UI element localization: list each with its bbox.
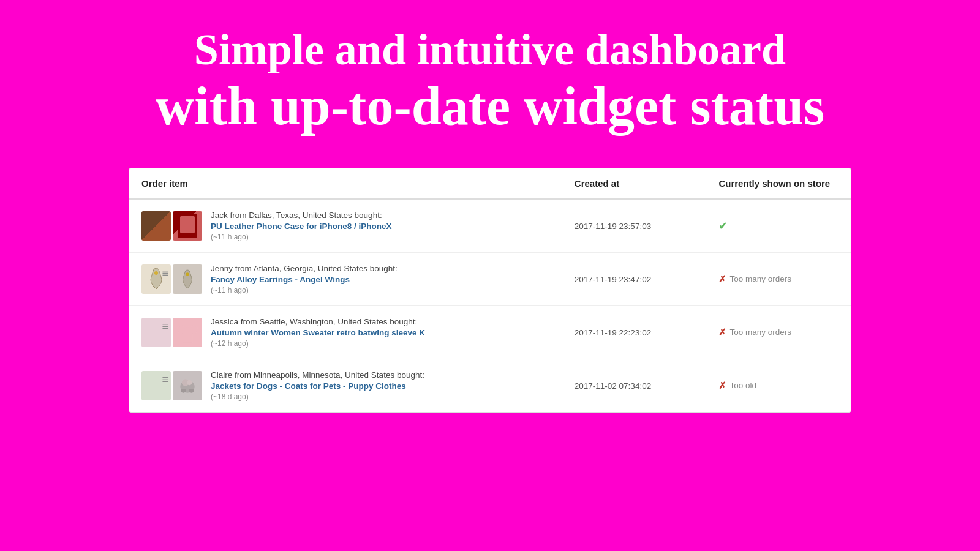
- product-image-2: [173, 318, 202, 347]
- svg-point-2: [154, 271, 158, 275]
- product-images: [141, 318, 202, 347]
- status-ok-icon: ✔: [718, 220, 728, 232]
- svg-point-6: [187, 380, 192, 385]
- product-image-2: [173, 211, 202, 241]
- product-image-1: [141, 318, 171, 347]
- status-cell: ✔: [706, 199, 851, 253]
- status-error: ✗ Too many orders: [718, 274, 839, 285]
- order-item-cell: Jack from Dallas, Texas, United States b…: [129, 199, 562, 253]
- product-name: PU Leather Phone Case for iPhone8 / iPho…: [211, 222, 392, 231]
- buyer-text: Jessica from Seattle, Washington, United…: [211, 317, 425, 326]
- product-name: Fancy Alloy Earrings - Angel Wings: [211, 275, 398, 284]
- table-row: Jenny from Atlanta, Georgia, United Stat…: [129, 252, 851, 305]
- time-ago: (~12 h ago): [211, 339, 425, 348]
- time-ago: (~11 h ago): [211, 233, 392, 241]
- col-order-item: Order item: [129, 168, 562, 199]
- created-at-cell: 2017-11-19 23:57:03: [562, 199, 707, 253]
- product-images: [141, 264, 202, 294]
- headline-line1: Simple and intuitive dashboard: [156, 24, 825, 75]
- product-image-1: [141, 264, 171, 294]
- product-name: Autumn winter Women Sweater retro batwin…: [211, 328, 425, 337]
- dashboard-table: Order item Created at Currently shown on…: [129, 168, 851, 413]
- product-images: [141, 371, 202, 400]
- svg-rect-1: [180, 216, 195, 233]
- created-at-value: 2017-11-19 23:57:03: [575, 222, 651, 231]
- order-item-cell: Jessica from Seattle, Washington, United…: [129, 305, 562, 359]
- order-info: Jenny from Atlanta, Georgia, United Stat…: [211, 264, 398, 294]
- order-info: Claire from Minneapolis, Minnesota, Unit…: [211, 370, 424, 401]
- headline-line2: with up-to-date widget status: [156, 75, 825, 137]
- svg-point-8: [189, 389, 194, 393]
- table-header: Order item Created at Currently shown on…: [129, 168, 851, 199]
- table-row: Claire from Minneapolis, Minnesota, Unit…: [129, 359, 851, 412]
- order-item-cell: Jenny from Atlanta, Georgia, United Stat…: [129, 252, 562, 305]
- status-cell: ✗ Too many orders: [706, 252, 851, 305]
- time-ago: (~18 d ago): [211, 392, 424, 401]
- buyer-text: Jack from Dallas, Texas, United States b…: [211, 211, 392, 220]
- buyer-text: Jenny from Atlanta, Georgia, United Stat…: [211, 264, 398, 273]
- status-cell: ✗ Too old: [706, 359, 851, 412]
- svg-point-3: [186, 272, 189, 276]
- product-images: [141, 211, 202, 241]
- created-at-value: 2017-11-19 22:23:02: [575, 328, 651, 337]
- x-icon: ✗: [718, 380, 726, 391]
- col-currently-shown: Currently shown on store: [706, 168, 851, 199]
- table-row: Jessica from Seattle, Washington, United…: [129, 305, 851, 359]
- status-error: ✗ Too many orders: [718, 327, 839, 338]
- created-at-cell: 2017-11-19 22:23:02: [562, 305, 707, 359]
- svg-point-7: [181, 389, 186, 393]
- x-icon: ✗: [718, 274, 726, 285]
- product-image-2: [173, 371, 202, 400]
- product-image-1: [141, 371, 171, 400]
- order-item-cell: Claire from Minneapolis, Minnesota, Unit…: [129, 359, 562, 412]
- created-at-cell: 2017-11-19 23:47:02: [562, 252, 707, 305]
- status-cell: ✗ Too many orders: [706, 305, 851, 359]
- buyer-text: Claire from Minneapolis, Minnesota, Unit…: [211, 370, 424, 380]
- status-text: Too old: [729, 381, 756, 390]
- status-error: ✗ Too old: [718, 380, 839, 391]
- status-text: Too many orders: [729, 274, 791, 283]
- x-icon: ✗: [718, 327, 726, 338]
- time-ago: (~11 h ago): [211, 286, 398, 294]
- product-image-2: [173, 264, 202, 294]
- col-created-at: Created at: [562, 168, 707, 199]
- created-at-value: 2017-11-02 07:34:02: [575, 381, 651, 391]
- order-info: Jack from Dallas, Texas, United States b…: [211, 211, 392, 241]
- table-row: Jack from Dallas, Texas, United States b…: [129, 199, 851, 253]
- status-text: Too many orders: [729, 328, 791, 337]
- order-info: Jessica from Seattle, Washington, United…: [211, 317, 425, 348]
- product-image-1: [141, 211, 171, 241]
- headline: Simple and intuitive dashboard with up-t…: [107, 0, 874, 156]
- created-at-value: 2017-11-19 23:47:02: [575, 275, 651, 284]
- product-name: Jackets for Dogs - Coats for Pets - Pupp…: [211, 381, 424, 391]
- created-at-cell: 2017-11-02 07:34:02: [562, 359, 707, 412]
